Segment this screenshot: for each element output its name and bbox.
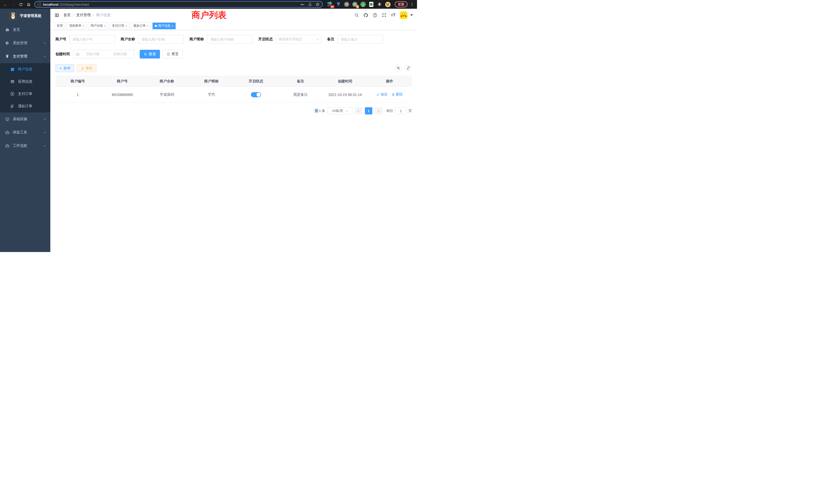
bookmark-star-icon[interactable] — [315, 2, 320, 6]
share-icon[interactable] — [308, 2, 312, 6]
sidebar-item-workflow[interactable]: 工作流程 — [0, 139, 50, 153]
monitor-icon — [5, 117, 10, 121]
short-name-label: 商户简称 — [190, 37, 204, 42]
cell-short-name: 芋艿 — [189, 87, 234, 102]
download-icon — [81, 66, 84, 70]
breadcrumb-current: 商户信息 — [96, 13, 111, 18]
goto-label: 前往 — [387, 109, 393, 113]
help-icon[interactable] — [373, 13, 377, 18]
sidebar-item-infra[interactable]: 基础设施 — [0, 112, 50, 126]
extension-pinned-icon[interactable]: 10 — [327, 2, 333, 7]
browser-reload-icon[interactable] — [18, 1, 24, 8]
page-suffix: 页 — [409, 109, 412, 113]
goto-page-input[interactable] — [395, 107, 407, 114]
app-title: 芋道管理系统 — [20, 14, 41, 18]
sidebar-item-pay[interactable]: ¥ 支付管理 — [0, 50, 50, 63]
cell-full-name: 芋道源码 — [145, 87, 189, 102]
fullscreen-icon[interactable] — [382, 13, 387, 18]
breadcrumb: 首页 / 支付管理 / 商户信息 — [63, 13, 111, 18]
refresh-table-icon[interactable] — [405, 65, 412, 72]
tab-merchant-info[interactable]: 商户信息× — [153, 23, 176, 29]
status-select[interactable]: 请选择开启状态 — [276, 35, 322, 44]
extension-command-icon[interactable]: ⌘ — [344, 2, 349, 7]
browser-home-icon[interactable] — [25, 1, 32, 8]
password-key-icon[interactable] — [301, 2, 305, 6]
sidebar-item-refund-order[interactable]: 退款订单 — [0, 100, 50, 112]
sidebar-menu: 首页 系统管理 ¥ 支付管理 — [0, 23, 50, 153]
breadcrumb-pay[interactable]: 支付管理 — [76, 13, 91, 18]
close-icon[interactable]: × — [126, 24, 127, 27]
annotation-merchant-list: 商户列表 — [192, 9, 226, 21]
extension-recorder-icon[interactable]: 1 — [352, 2, 358, 7]
chevron-down-icon — [43, 117, 46, 121]
col-merchant-id: 商户编号 — [56, 76, 100, 87]
chevron-up-icon — [43, 55, 46, 58]
sidebar-fold-icon[interactable] — [54, 13, 59, 18]
cell-merchant-id: 1 — [56, 87, 100, 102]
status-toggle[interactable] — [251, 92, 261, 97]
cell-merchant-no: M233666999 — [100, 87, 145, 102]
tab-pay-order[interactable]: 支付订单× — [110, 23, 129, 29]
briefcase-icon — [5, 144, 10, 148]
avatar-caret-icon[interactable] — [410, 14, 413, 16]
extension-kite-icon[interactable] — [336, 2, 341, 7]
extension-y-icon[interactable]: y — [360, 2, 366, 7]
extension-emoji-icon[interactable] — [385, 2, 391, 7]
short-name-input[interactable] — [207, 35, 253, 44]
close-icon[interactable]: × — [83, 24, 84, 27]
col-short-name: 商户简称 — [189, 76, 234, 87]
add-button[interactable]: + 新增 — [56, 64, 74, 72]
page-1-button[interactable]: 1 — [365, 107, 372, 114]
sidebar-item-devtools[interactable]: 研发工具 — [0, 126, 50, 139]
tab-user-group[interactable]: 用户分组× — [88, 23, 108, 29]
page-size-select[interactable]: 10条/页 — [328, 107, 352, 114]
chevron-right-icon — [377, 110, 380, 112]
site-info-icon[interactable]: i — [38, 3, 41, 6]
prev-page-button[interactable] — [355, 107, 362, 114]
close-icon[interactable]: × — [172, 24, 173, 27]
user-avatar[interactable] — [400, 11, 408, 19]
address-bar[interactable]: i localhost:1024/pay/merchant — [35, 1, 323, 8]
toolbox-icon — [5, 130, 10, 135]
browser-forward-icon[interactable]: → — [10, 1, 17, 8]
extension-docs-icon[interactable] — [369, 2, 374, 7]
breadcrumb-home[interactable]: 首页 — [63, 13, 71, 18]
browser-back-icon[interactable]: ← — [2, 1, 9, 8]
browser-menu-icon[interactable]: ⋮ — [410, 2, 414, 7]
remark-label: 备注 — [327, 37, 334, 42]
tab-process-form[interactable]: 流程表单× — [67, 23, 87, 29]
sidebar-item-system[interactable]: 系统管理 — [0, 37, 50, 50]
sidebar-item-app-info[interactable]: 应用信息 — [0, 75, 50, 88]
chrome-update-button[interactable]: 更新 — [395, 1, 408, 7]
sidebar-item-merchant-info[interactable]: 商户信息 — [0, 63, 50, 75]
next-page-button[interactable] — [375, 107, 382, 114]
chevron-down-icon — [43, 42, 46, 45]
browser-toolbar: ← → i localhost:1024/pay/merchant 10 ⌘ — [0, 0, 417, 9]
full-name-input[interactable] — [138, 35, 184, 44]
close-icon[interactable]: × — [104, 24, 106, 27]
merchant-no-input[interactable] — [69, 35, 115, 44]
close-icon[interactable]: × — [147, 24, 148, 27]
sidebar-item-home[interactable]: 首页 — [0, 23, 50, 37]
yen-icon: ¥ — [5, 54, 10, 59]
reset-button[interactable]: 重置 — [162, 50, 183, 59]
app-logo[interactable]: 芋道管理系统 — [0, 9, 50, 23]
create-time-range-picker[interactable]: 开始日期 - 结束日期 — [73, 50, 134, 59]
sidebar-item-pay-order[interactable]: 支付订单 — [0, 88, 50, 100]
delete-link[interactable]: 删除 — [392, 92, 403, 97]
col-status: 开启状态 — [234, 76, 278, 87]
toggle-search-icon[interactable] — [395, 65, 402, 72]
tab-home[interactable]: 首页 — [54, 23, 65, 29]
logo-rabbit-image — [9, 12, 17, 20]
search-icon[interactable] — [354, 13, 359, 18]
github-icon[interactable] — [363, 13, 368, 18]
tab-refund-order[interactable]: 退款订单× — [131, 23, 151, 29]
edit-link[interactable]: 修改 — [376, 92, 388, 97]
pagination: 共 1 条 10条/页 1 前往 页 — [56, 107, 412, 114]
search-button[interactable]: 搜索 — [140, 50, 160, 59]
extensions-puzzle-icon[interactable] — [377, 2, 382, 7]
remark-input[interactable] — [337, 35, 383, 44]
export-button[interactable]: 导出 — [77, 64, 96, 72]
font-size-icon[interactable]: ᴛT — [391, 13, 395, 18]
pay-submenu: 商户信息 应用信息 支付订单 — [0, 63, 50, 112]
